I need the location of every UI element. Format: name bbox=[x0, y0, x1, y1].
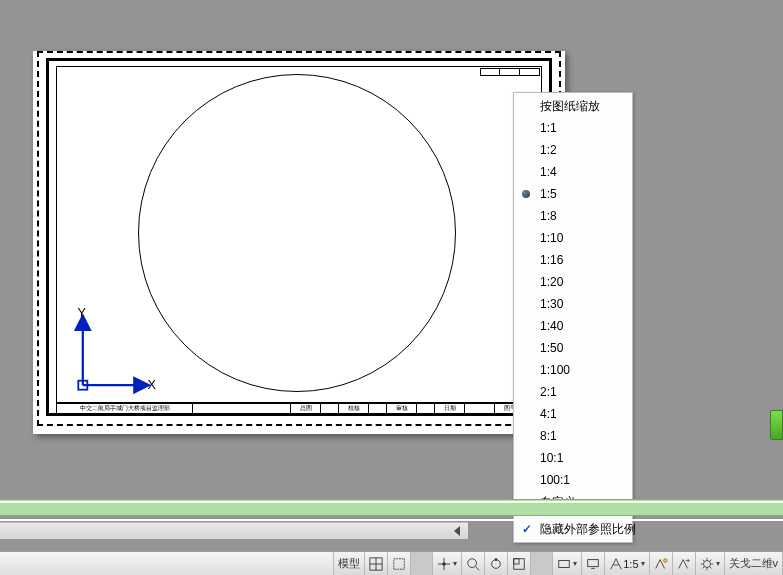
drawing-circle[interactable] bbox=[138, 74, 456, 392]
svg-rect-14 bbox=[559, 560, 570, 567]
title-block: 中交二航局手城门大桥项目监理部 总图 校核 审核 日期 图号 bbox=[56, 402, 542, 414]
anno-autoscale-button[interactable] bbox=[673, 552, 696, 575]
chevron-down-icon: ▾ bbox=[453, 559, 457, 568]
scale-option-1-1[interactable]: 1:1 bbox=[514, 117, 632, 139]
chevron-down-icon: ▾ bbox=[716, 559, 720, 568]
scale-option-1-30[interactable]: 1:30 bbox=[514, 293, 632, 315]
scale-option-4-1[interactable]: 4:1 bbox=[514, 403, 632, 425]
scale-option-1-2[interactable]: 1:2 bbox=[514, 139, 632, 161]
title-top-cells bbox=[480, 68, 540, 76]
status-bar: 模型 ▾ ▾ 1:5 ▾ ▾ 关戈二维v bbox=[0, 551, 783, 575]
model-space-button[interactable]: 模型 bbox=[334, 552, 365, 575]
isometric-button[interactable]: 关戈二维v bbox=[725, 552, 784, 575]
model-space-label: 模型 bbox=[338, 556, 360, 571]
layout-icon bbox=[512, 557, 526, 571]
svg-point-18 bbox=[703, 560, 710, 567]
anno-icon bbox=[609, 557, 623, 571]
grid-icon bbox=[369, 557, 383, 571]
scale-header[interactable]: 按图纸缩放 bbox=[514, 95, 632, 117]
rotate-icon bbox=[489, 557, 503, 571]
isometric-label: 关戈二维v bbox=[729, 556, 779, 571]
svg-point-17 bbox=[663, 558, 667, 562]
grid-button[interactable] bbox=[365, 552, 388, 575]
side-widget[interactable] bbox=[770, 410, 783, 440]
monitor-icon bbox=[586, 557, 600, 571]
scale-option-1-40[interactable]: 1:40 bbox=[514, 315, 632, 337]
annotation-scale-value: 1:5 bbox=[623, 558, 638, 570]
anno-visibility-button[interactable] bbox=[650, 552, 673, 575]
svg-rect-6 bbox=[394, 558, 405, 569]
workspace-icon bbox=[557, 557, 571, 571]
scale-option-8-1[interactable]: 8:1 bbox=[514, 425, 632, 447]
scale-icon bbox=[654, 557, 668, 571]
monitor-button[interactable] bbox=[582, 552, 605, 575]
title-block-main: 中交二航局手城门大桥项目监理部 bbox=[56, 402, 192, 414]
chevron-down-icon: ▾ bbox=[573, 559, 577, 568]
chevron-down-icon: ▾ bbox=[641, 559, 645, 568]
quick-rotate-button[interactable] bbox=[485, 552, 508, 575]
zoom-icon bbox=[466, 557, 480, 571]
workspace-button[interactable]: ▾ bbox=[553, 552, 582, 575]
svg-rect-13 bbox=[514, 558, 519, 563]
layout-tabs-row bbox=[0, 501, 783, 539]
scroll-left-icon[interactable] bbox=[454, 526, 460, 536]
annotation-scale-menu: 按图纸缩放 1:1 1:2 1:4 1:5 1:8 1:10 1:16 1:20… bbox=[513, 92, 633, 543]
paper-layout[interactable]: X Y 中交二航局手城门大桥项目监理部 总图 校核 审核 日期 图号 bbox=[33, 51, 565, 434]
quick-zoom-button[interactable] bbox=[462, 552, 485, 575]
scale-option-1-8[interactable]: 1:8 bbox=[514, 205, 632, 227]
annotation-scale-button[interactable]: 1:5 ▾ bbox=[605, 552, 649, 575]
svg-rect-15 bbox=[588, 559, 599, 566]
scale-option-1-10[interactable]: 1:10 bbox=[514, 227, 632, 249]
scale-option-10-1[interactable]: 10:1 bbox=[514, 447, 632, 469]
scale-option-1-50[interactable]: 1:50 bbox=[514, 337, 632, 359]
quick-layout-button[interactable] bbox=[508, 552, 531, 575]
svg-point-7 bbox=[442, 562, 446, 566]
scale-option-1-20[interactable]: 1:20 bbox=[514, 271, 632, 293]
snap-icon bbox=[392, 557, 406, 571]
svg-point-11 bbox=[495, 558, 498, 561]
scale-option-100-1[interactable]: 100:1 bbox=[514, 469, 632, 491]
gear-icon bbox=[700, 557, 714, 571]
scale-option-1-100[interactable]: 1:100 bbox=[514, 359, 632, 381]
horizontal-scrollbar[interactable] bbox=[0, 522, 468, 539]
workspace-switch-button[interactable]: ▾ bbox=[696, 552, 725, 575]
snap-button[interactable] bbox=[388, 552, 411, 575]
status-divider bbox=[411, 552, 433, 575]
scale-option-2-1[interactable]: 2:1 bbox=[514, 381, 632, 403]
svg-line-9 bbox=[476, 566, 480, 570]
scale-icon bbox=[677, 557, 691, 571]
scale-option-1-5[interactable]: 1:5 bbox=[514, 183, 632, 205]
svg-point-8 bbox=[468, 558, 477, 567]
status-spacer bbox=[0, 552, 334, 575]
quick-pan-button[interactable]: ▾ bbox=[433, 552, 462, 575]
scale-option-1-4[interactable]: 1:4 bbox=[514, 161, 632, 183]
status-divider bbox=[531, 552, 553, 575]
pan-icon bbox=[437, 557, 451, 571]
scale-option-1-16[interactable]: 1:16 bbox=[514, 249, 632, 271]
